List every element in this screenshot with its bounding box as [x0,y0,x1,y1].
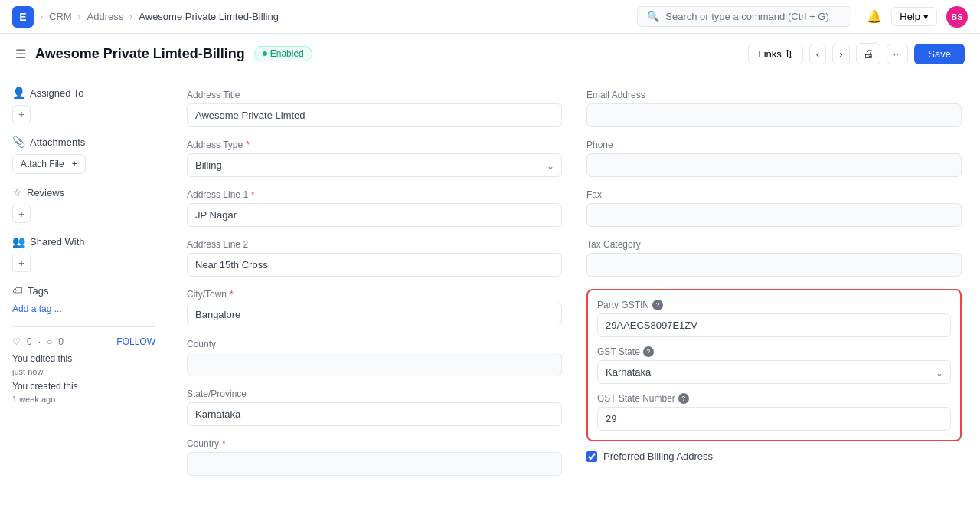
county-input[interactable] [187,353,562,376]
activity-2-text: You created this [12,381,78,392]
address-title-label: Address Title [187,90,562,100]
gst-state-number-label: GST State Number ? [597,393,951,404]
tags-section: 🏷 Tags Add a tag ... [12,284,155,314]
country-label: Country * [187,438,562,449]
search-bar[interactable]: 🔍 Search or type a command (Ctrl + G) [637,6,851,27]
address-line1-input[interactable] [187,203,562,227]
comments-count: 0 [58,336,64,347]
status-label: Enabled [270,48,304,59]
gst-state-number-help-icon[interactable]: ? [678,393,689,404]
status-dot [263,51,267,56]
phone-group: Phone [586,139,962,177]
reviews-title: ☆ Reviews [12,186,155,198]
address-line2-label: Address Line 2 [187,239,562,250]
gst-state-select[interactable]: Karnataka [597,360,951,384]
print-button[interactable]: 🖨 [856,43,880,64]
reviews-label: Reviews [27,187,64,198]
address-type-label: Address Type * [187,139,562,150]
required-star-3: * [230,289,234,300]
assigned-to-section: 👤 Assigned To + [12,87,155,123]
state-group: State/Province [187,389,562,426]
preferred-billing-checkbox[interactable] [586,451,597,462]
chevron-down-icon: ▾ [923,11,929,22]
user-icon: 👤 [12,87,25,99]
party-gstin-input[interactable] [597,313,951,337]
breadcrumb-address[interactable]: Address [87,11,124,22]
city-input[interactable] [187,303,562,326]
required-star-4: * [222,438,226,449]
activity-stats: ♡ 0 · ○ 0 FOLLOW [12,336,155,347]
city-label: City/Town * [187,289,562,300]
party-gstin-label: Party GSTIN ? [597,300,951,310]
address-line1-label: Address Line 1 * [187,189,562,200]
next-button[interactable]: › [832,44,849,64]
fax-group: Fax [586,189,962,227]
save-button[interactable]: Save [914,44,965,64]
more-options-button[interactable]: ··· [887,44,909,64]
prev-button[interactable]: ‹ [809,44,826,64]
address-line1-group: Address Line 1 * [187,189,562,227]
gst-state-number-input[interactable] [597,407,951,431]
state-input[interactable] [187,402,562,426]
address-line2-input[interactable] [187,253,562,277]
heart-icon: ♡ [12,336,21,347]
page-title: Awesome Private Limted-Billing [35,46,245,62]
phone-label: Phone [586,139,962,150]
main-layout: 👤 Assigned To + 📎 Attachments Attach Fil… [0,74,980,528]
party-gstin-help-icon[interactable]: ? [652,300,663,310]
required-star: * [246,139,250,150]
add-shared-button[interactable]: + [12,254,31,272]
notifications-button[interactable]: 🔔 [867,9,882,24]
tax-category-input[interactable] [586,253,962,277]
add-review-button[interactable]: + [12,205,31,223]
country-group: Country * [187,438,562,476]
city-group: City/Town * [187,289,562,326]
assigned-to-title: 👤 Assigned To [12,87,155,99]
dot-sep: · [38,336,41,347]
breadcrumb-current: Awesome Private Limted-Billing [139,11,279,22]
email-input[interactable] [586,103,962,127]
preferred-billing-label[interactable]: Preferred Billing Address [603,451,713,462]
tags-title: 🏷 Tags [12,284,155,297]
links-button[interactable]: Links ⇅ [748,44,802,64]
paperclip-icon: 📎 [12,136,25,148]
likes-count: 0 [27,336,32,347]
country-input[interactable] [187,452,562,476]
address-type-select[interactable]: Billing Shipping Other [187,153,562,177]
fax-input[interactable] [586,203,962,227]
gst-state-group: GST State ? Karnataka [597,346,951,384]
activity-1-text: You edited this [12,353,72,364]
gst-state-label: GST State ? [597,346,951,357]
assigned-to-label: Assigned To [30,87,84,99]
top-nav-actions: 🔔 Help ▾ BS [867,6,968,28]
phone-input[interactable] [586,153,962,177]
form-left-column: Address Title Address Type * Billing Shi… [187,90,562,488]
tags-label: Tags [28,285,48,297]
attach-file-button[interactable]: Attach File + [12,154,86,174]
top-nav: E › CRM › Address › Awesome Private Limt… [0,0,980,34]
activity-2-time: 1 week ago [12,395,155,404]
form-grid: Address Title Address Type * Billing Shi… [187,90,962,488]
email-group: Email Address [586,90,962,127]
gst-state-wrapper: Karnataka [597,360,951,384]
sort-icon: ⇅ [785,48,793,60]
add-tag-link[interactable]: Add a tag ... [12,303,62,314]
shared-with-label: Shared With [30,236,85,248]
activity-1: You edited this [12,353,155,364]
app-logo: E [12,6,34,28]
address-title-input[interactable] [187,103,562,127]
fax-label: Fax [586,189,962,200]
county-group: County [187,339,562,376]
menu-icon[interactable]: ☰ [15,47,26,61]
gst-state-help-icon[interactable]: ? [643,346,654,357]
follow-button[interactable]: FOLLOW [116,336,155,347]
avatar[interactable]: BS [946,6,968,28]
breadcrumb-sep-2: › [78,11,81,22]
sidebar: 👤 Assigned To + 📎 Attachments Attach Fil… [0,74,168,528]
email-label: Email Address [586,90,962,100]
breadcrumb-crm[interactable]: CRM [49,11,72,22]
add-assigned-button[interactable]: + [12,105,31,123]
address-title-group: Address Title [187,90,562,127]
address-type-wrapper: Billing Shipping Other [187,153,562,177]
help-button[interactable]: Help ▾ [891,7,937,26]
